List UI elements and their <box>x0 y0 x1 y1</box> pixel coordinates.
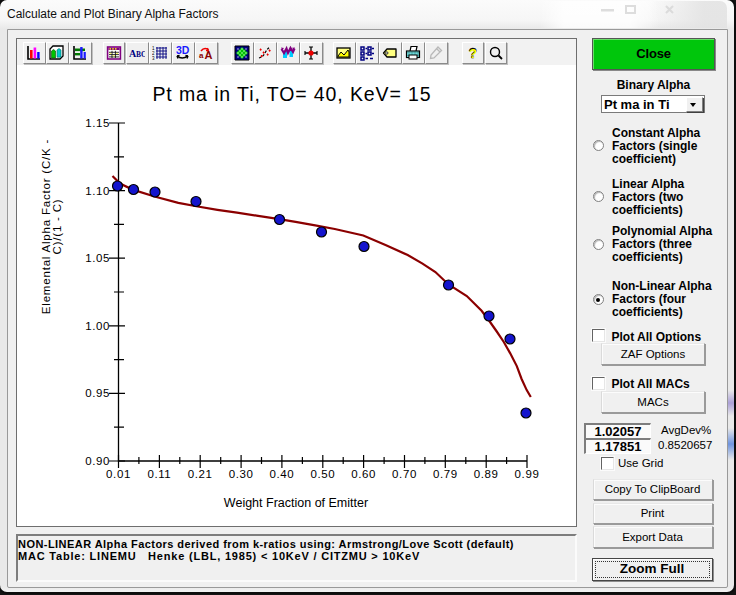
svg-text:1.05: 1.05 <box>85 252 110 264</box>
svg-text:Weight Fraction of Emitter: Weight Fraction of Emitter <box>224 496 368 510</box>
svg-text:1.00: 1.00 <box>85 320 110 332</box>
svg-text:0.01: 0.01 <box>106 468 131 480</box>
svg-text:0.50: 0.50 <box>310 468 335 480</box>
svg-text:0.30: 0.30 <box>229 468 254 480</box>
svg-text:0.40: 0.40 <box>270 468 295 480</box>
svg-text:0.89: 0.89 <box>474 468 499 480</box>
svg-text:1.15: 1.15 <box>85 117 110 129</box>
svg-text:0.21: 0.21 <box>188 468 213 480</box>
svg-text:1.10: 1.10 <box>85 185 110 197</box>
svg-text:0.99: 0.99 <box>515 468 540 480</box>
svg-text:0.79: 0.79 <box>433 468 458 480</box>
svg-text:0.60: 0.60 <box>351 468 376 480</box>
svg-text:Pt ma in Ti, TO= 40, KeV= 15: Pt ma in Ti, TO= 40, KeV= 15 <box>152 83 431 105</box>
svg-text:0.70: 0.70 <box>392 468 417 480</box>
svg-text:0.95: 0.95 <box>85 387 110 399</box>
svg-text:0.90: 0.90 <box>85 455 110 467</box>
svg-text:C)/(1 - C): C)/(1 - C) <box>51 199 63 255</box>
svg-text:0.11: 0.11 <box>147 468 171 480</box>
